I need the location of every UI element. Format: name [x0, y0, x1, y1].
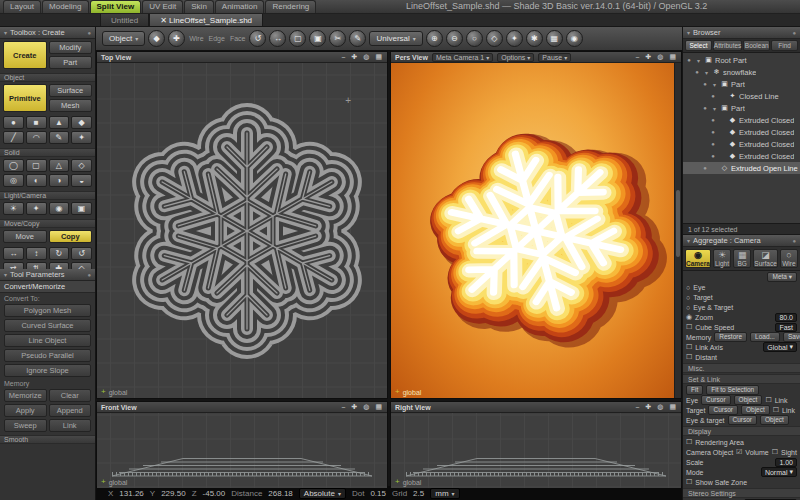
line-object-button[interactable]: Line Object [4, 334, 91, 347]
toolbar-icon-11[interactable]: ◇ [486, 30, 503, 47]
target-cursor-button[interactable]: Cursor [708, 405, 738, 415]
eye-radio[interactable]: ○ [686, 284, 690, 291]
tab-surface[interactable]: ◪ Surface [753, 249, 777, 268]
rotate-ccw-tool-icon[interactable]: ↺ [71, 247, 92, 260]
pan-icon[interactable]: ◍ [656, 403, 664, 411]
save-button[interactable]: Save... [783, 332, 800, 342]
pan-icon[interactable]: ◍ [656, 53, 664, 61]
tree-row-extruded-open-line[interactable]: ● ◇ Extruded Open Line [683, 162, 800, 174]
coordinate-mode-dropdown[interactable]: Absolute ▾ [299, 488, 346, 499]
mode-dropdown[interactable]: Normal ▾ [761, 467, 797, 477]
spotlight-tool-icon[interactable]: ◉ [49, 202, 70, 215]
zoom-value-field[interactable]: 80.0 [775, 313, 797, 322]
clear-button[interactable]: Clear [49, 389, 92, 402]
scale-field[interactable]: 1.00 [775, 458, 797, 467]
toolbar-icon-2[interactable]: ↺ [249, 30, 266, 47]
tree-row-closed-line[interactable]: ● ✦ Closed Line [683, 90, 800, 102]
zoom-in-icon[interactable]: ✚ [350, 403, 358, 411]
move-button[interactable]: Move [3, 230, 47, 243]
torus-tool-icon[interactable]: ◎ [3, 174, 24, 187]
visibility-icon[interactable]: ● [701, 81, 709, 87]
star-tool-icon[interactable]: ✦ [71, 131, 92, 144]
link-axis-checkbox[interactable]: ☐ [686, 343, 692, 351]
translate-x-tool-icon[interactable]: ↔ [3, 247, 24, 260]
eye-target-radio[interactable]: ○ [686, 304, 690, 311]
zoom-out-icon[interactable]: − [634, 54, 640, 61]
meta-dropdown[interactable]: Meta ▾ [767, 272, 797, 282]
doc-tab-lineoffset-sample[interactable]: ✕ LineOffset_Sample.shd [149, 14, 263, 26]
eye-object-button[interactable]: Object [734, 395, 763, 405]
prism-tool-icon[interactable]: ◇ [71, 159, 92, 172]
toolbar-icon-12[interactable]: ✦ [506, 30, 523, 47]
tab-boolean[interactable]: Boolean [743, 40, 770, 51]
camera-tool-icon[interactable]: ▣ [71, 202, 92, 215]
load-button[interactable]: Load... [750, 332, 780, 342]
pseudo-parallel-button[interactable]: Pseudo Parallel [4, 349, 91, 362]
panel-menu-icon[interactable]: ● [87, 272, 91, 278]
toolbar-icon-3[interactable]: ↔ [269, 30, 286, 47]
pan-icon[interactable]: ◍ [362, 403, 370, 411]
expander-icon[interactable]: ▾ [703, 69, 710, 76]
pointlight-tool-icon[interactable]: ✦ [26, 202, 47, 215]
tool-parameters-header[interactable]: ▾ Tool Parameters ● [0, 269, 95, 281]
sweep-button[interactable]: Sweep [4, 419, 47, 432]
fit-to-selection-button[interactable]: Fit to Selection [706, 385, 759, 395]
collapse-triangle-icon[interactable]: ▾ [4, 29, 7, 36]
grid-toggle-icon[interactable]: ▦ [668, 53, 677, 61]
aggregate-header[interactable]: ▾ Aggregate : Camera ● [683, 235, 800, 247]
tab-light[interactable]: ☀ Light [713, 249, 731, 268]
sunlight-tool-icon[interactable]: ☀ [3, 202, 24, 215]
modify-button[interactable]: Modify [49, 41, 93, 54]
toolbar-icon-8[interactable]: ⊕ [426, 30, 443, 47]
tab-animation[interactable]: Animation [215, 0, 265, 13]
tree-row-snowflake[interactable]: ● ▾ ❄ snowflake [683, 66, 800, 78]
tab-camera[interactable]: ◉ Camera [685, 249, 711, 268]
object-dropdown[interactable]: Object ▾ [102, 31, 145, 46]
universal-manipulator-dropdown[interactable]: Universal ▾ [369, 31, 422, 46]
translate-y-tool-icon[interactable]: ↕ [26, 247, 47, 260]
tab-select[interactable]: Select [685, 40, 712, 51]
expander-icon[interactable]: ▾ [711, 105, 718, 112]
tab-modeling[interactable]: Modeling [42, 0, 88, 13]
tab-split-view[interactable]: Split View [90, 0, 142, 13]
visibility-icon[interactable]: ● [709, 93, 717, 99]
tab-find[interactable]: Find [771, 40, 798, 51]
panel-menu-icon[interactable]: ● [792, 30, 796, 36]
zoom-radio[interactable]: ◉ [686, 313, 692, 321]
rotate-cw-tool-icon[interactable]: ↻ [49, 247, 70, 260]
safe-zone-checkbox[interactable]: ☐ [686, 478, 692, 486]
target-radio[interactable]: ○ [686, 294, 690, 301]
tab-attributes[interactable]: Attributes [713, 40, 742, 51]
memorize-button[interactable]: Memorize [4, 389, 47, 402]
tree-row-extruded-closed[interactable]: ● ◆ Extruded Closed [683, 126, 800, 138]
visibility-icon[interactable]: ● [709, 153, 717, 159]
primitive-button[interactable]: Primitive [3, 84, 47, 112]
line-tool-icon[interactable]: ╱ [3, 131, 24, 144]
ignore-slope-button[interactable]: Ignore Slope [4, 364, 91, 377]
fit-button[interactable]: Fit [686, 385, 703, 395]
append-button[interactable]: Append [49, 404, 92, 417]
hemisphere-tool-icon[interactable]: ◐ [26, 174, 47, 187]
toolbar-icon-10[interactable]: ○ [466, 30, 483, 47]
rendering-area-checkbox[interactable]: ☐ [686, 438, 692, 446]
mesh-button[interactable]: Mesh [49, 99, 93, 112]
zoom-in-icon[interactable]: ✚ [644, 53, 652, 61]
grid-toggle-icon[interactable]: ▦ [668, 403, 677, 411]
scrollbar-thumb[interactable] [676, 190, 680, 257]
tree-row-part[interactable]: ● ▾ ▣ Part [683, 78, 800, 90]
panel-menu-icon[interactable]: ● [87, 30, 91, 36]
toolbox-header[interactable]: ▾ Toolbox : Create ● [0, 27, 95, 39]
right-viewport-canvas[interactable]: + global [391, 413, 681, 488]
collapse-triangle-icon[interactable]: ▾ [4, 271, 7, 278]
eye-target-object-button[interactable]: Object [760, 415, 789, 425]
surface-button[interactable]: Surface [49, 84, 93, 97]
target-object-button[interactable]: Object [741, 405, 770, 415]
arc-tool-icon[interactable]: ◠ [26, 131, 47, 144]
grid-toggle-icon[interactable]: ▦ [374, 53, 383, 61]
curved-surface-button[interactable]: Curved Surface [4, 319, 91, 332]
volume-checkbox[interactable]: ☑ [736, 448, 742, 456]
right-viewport[interactable]: Right View − ✚ ◍ ▦ [390, 401, 682, 489]
copy-button[interactable]: Copy [49, 230, 93, 243]
sight-checkbox[interactable]: ☐ [772, 448, 778, 456]
options-dropdown[interactable]: Options ▾ [497, 53, 534, 62]
